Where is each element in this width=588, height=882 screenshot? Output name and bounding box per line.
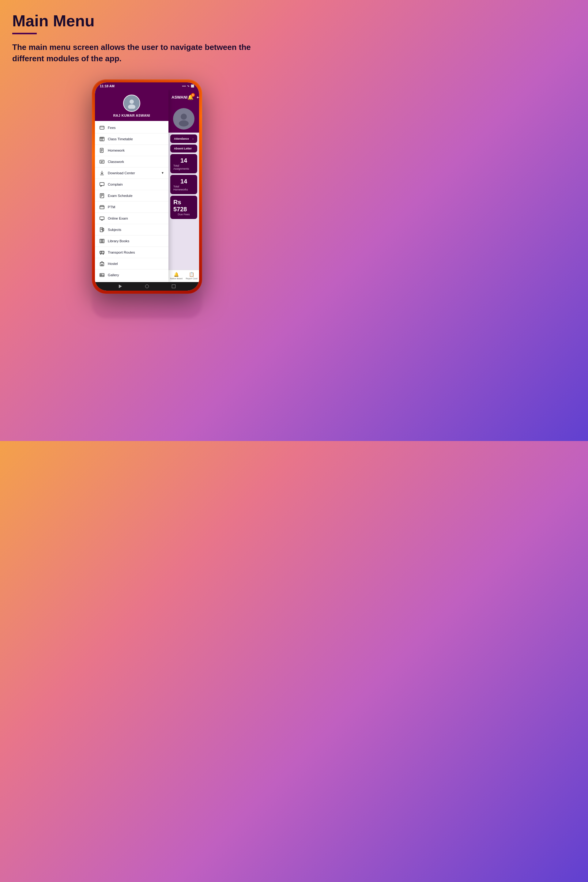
- gallery-label: Gallery: [108, 273, 164, 277]
- menu-item-subjects[interactable]: Subjects: [95, 224, 168, 236]
- attendance-label: Attendance: [174, 137, 189, 140]
- svg-rect-37: [100, 251, 104, 254]
- phone-screen: 11:18 AM ▪▪▪▪ ∿ ⬜: [95, 82, 199, 291]
- logout-button[interactable]: ↩: [196, 94, 199, 100]
- main-screen: ASWANI 🔔 5 ↩: [168, 90, 199, 282]
- report-card-tab[interactable]: 📋 Report Card: [186, 272, 198, 280]
- menu-item-change-password[interactable]: Change Password: [95, 281, 168, 282]
- profile-area: [168, 105, 199, 133]
- wifi-icon: ∿: [187, 84, 190, 88]
- homeworks-card[interactable]: 14 Total Homeworks: [170, 175, 197, 194]
- online-exam-label: Online Exam: [108, 216, 164, 220]
- menu-item-ptm[interactable]: PTM: [95, 201, 168, 213]
- svg-rect-43: [101, 264, 103, 266]
- menu-item-class-timetable[interactable]: Class Timetable: [95, 134, 168, 145]
- subjects-label: Subjects: [108, 228, 164, 231]
- profile-avatar-icon: [176, 111, 191, 126]
- absent-letter-card[interactable]: Absent Letter: [170, 144, 197, 153]
- svg-point-39: [103, 253, 104, 254]
- gallery-icon: [99, 272, 105, 278]
- library-books-icon: [99, 238, 105, 244]
- drawer-menu: Fees Class Timetable: [95, 121, 168, 282]
- cards-area: Attendance › Absent Letter 14 Total Assi…: [168, 133, 199, 270]
- fees-label: Fees: [108, 126, 164, 129]
- svg-rect-35: [101, 239, 103, 243]
- classwork-icon: [99, 159, 105, 165]
- library-books-label: Library Books: [108, 239, 164, 243]
- homeworks-number: 14: [180, 178, 187, 185]
- page-container: Main Menu The main menu screen allows th…: [0, 0, 294, 312]
- page-title: Main Menu: [12, 12, 282, 30]
- timetable-icon: [99, 136, 105, 142]
- svg-point-0: [129, 99, 134, 104]
- subjects-icon: [99, 227, 105, 232]
- svg-point-1: [128, 104, 135, 109]
- download-center-label: Download Center: [108, 171, 158, 175]
- avatar: [123, 94, 140, 112]
- menu-item-transport-routes[interactable]: Transport Routes: [95, 247, 168, 258]
- title-underline: [12, 33, 37, 34]
- assignments-card[interactable]: 14 Total Assignments: [170, 154, 197, 173]
- download-icon: [99, 170, 105, 176]
- menu-item-gallery[interactable]: Gallery: [95, 270, 168, 281]
- report-card-icon: 📋: [189, 272, 194, 277]
- svg-rect-19: [100, 194, 104, 198]
- ptm-label: PTM: [108, 205, 164, 209]
- drawer-username: RAJ KUMAR ASWANI: [113, 114, 150, 117]
- menu-item-classwork[interactable]: Classwork: [95, 156, 168, 168]
- classwork-label: Classwork: [108, 160, 164, 164]
- svg-rect-27: [100, 217, 104, 220]
- signal-icon: ▪▪▪▪: [182, 84, 186, 88]
- notification-button[interactable]: 🔔 5: [188, 94, 194, 100]
- homework-label: Homework: [108, 148, 164, 152]
- menu-item-homework[interactable]: Homework: [95, 145, 168, 156]
- report-card-label: Report Card: [186, 278, 198, 280]
- phone-reflection: [92, 282, 202, 318]
- menu-item-library-books[interactable]: Library Books: [95, 236, 168, 247]
- svg-point-51: [181, 114, 187, 120]
- bottom-nav: 🔔 Notice Board 📋 Report Card: [168, 270, 199, 282]
- user-avatar-icon: [126, 98, 137, 109]
- assignments-number: 14: [180, 157, 187, 164]
- app-content: RAJ KUMAR ASWANI Fees: [95, 90, 199, 282]
- header-icons: 🔔 5 ↩: [188, 94, 199, 100]
- timetable-label: Class Timetable: [108, 137, 164, 141]
- menu-item-online-exam[interactable]: Online Exam: [95, 213, 168, 224]
- status-icons: ▪▪▪▪ ∿ ⬜: [182, 84, 194, 88]
- menu-item-complain[interactable]: Complain: [95, 179, 168, 190]
- menu-item-fees[interactable]: Fees: [95, 122, 168, 134]
- attendance-arrow-icon: ›: [192, 137, 194, 141]
- drawer-header: RAJ KUMAR ASWANI: [95, 90, 168, 121]
- status-time: 11:18 AM: [100, 84, 114, 88]
- logout-icon: ↩: [196, 94, 199, 100]
- svg-point-38: [100, 253, 101, 254]
- svg-marker-18: [101, 186, 102, 186]
- complain-label: Complain: [108, 183, 164, 186]
- fees-amount: Rs 5728: [173, 199, 194, 213]
- hostel-label: Hostel: [108, 262, 164, 266]
- menu-item-download-center[interactable]: Download Center ▼: [95, 168, 168, 179]
- menu-item-hostel[interactable]: Hostel: [95, 258, 168, 270]
- assignments-label: Total Assignments: [173, 164, 194, 170]
- svg-point-52: [179, 120, 189, 126]
- fees-card[interactable]: Rs 5728 Due Fees: [170, 196, 197, 219]
- attendance-card[interactable]: Attendance ›: [170, 135, 197, 143]
- header-name: ASWANI: [171, 95, 188, 99]
- status-bar: 11:18 AM ▪▪▪▪ ∿ ⬜: [95, 82, 199, 90]
- complain-icon: [99, 182, 105, 187]
- exam-schedule-label: Exam Schedule: [108, 194, 164, 198]
- side-drawer: RAJ KUMAR ASWANI Fees: [95, 90, 168, 282]
- homeworks-label: Total Homeworks: [173, 185, 194, 191]
- notification-badge: 5: [191, 93, 195, 97]
- chevron-down-icon: ▼: [161, 171, 164, 175]
- svg-rect-36: [103, 239, 104, 243]
- ptm-icon: [99, 204, 105, 210]
- menu-item-exam-schedule[interactable]: Exam Schedule: [95, 190, 168, 201]
- absent-letter-label: Absent Letter: [174, 147, 192, 150]
- notice-board-tab[interactable]: 🔔 Notice Board: [170, 272, 182, 280]
- svg-rect-33: [103, 228, 104, 231]
- svg-rect-17: [100, 183, 104, 186]
- transport-icon: [99, 250, 105, 255]
- fees-icon: [99, 125, 105, 130]
- svg-rect-34: [100, 239, 101, 243]
